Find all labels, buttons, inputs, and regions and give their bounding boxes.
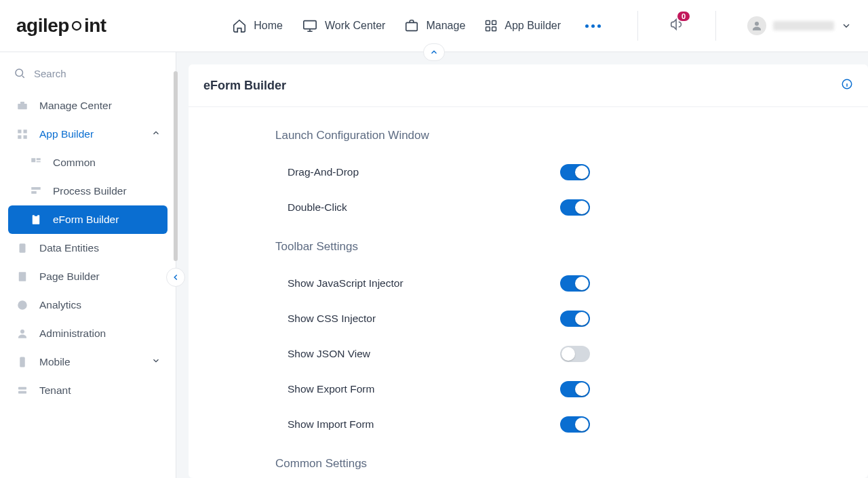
svg-rect-3 bbox=[486, 21, 490, 25]
svg-point-8 bbox=[16, 69, 23, 77]
nav-work-center-label: Work Center bbox=[325, 20, 386, 32]
svg-point-0 bbox=[73, 22, 81, 30]
search-icon bbox=[14, 67, 26, 79]
nav-more[interactable] bbox=[580, 22, 606, 31]
svg-rect-18 bbox=[31, 187, 41, 190]
toggle-import-form[interactable] bbox=[560, 416, 590, 433]
page-title: eForm Builder bbox=[203, 79, 286, 93]
nav-app-builder-label: App Builder bbox=[505, 20, 561, 32]
user-icon bbox=[15, 327, 30, 340]
toggle-drag-and-drop[interactable] bbox=[560, 164, 590, 180]
topnav: Home Work Center Manage App Builder 0 bbox=[232, 11, 852, 41]
briefcase-icon bbox=[404, 18, 419, 33]
sidebar-item-administration[interactable]: Administration bbox=[8, 319, 167, 348]
sidebar-item-label: App Builder bbox=[39, 128, 142, 140]
toggle-css-injector[interactable] bbox=[560, 311, 590, 327]
setting-row-json-view: Show JSON View bbox=[275, 336, 709, 372]
main: eForm Builder Launch Configuration Windo… bbox=[176, 52, 868, 478]
nav-home-label: Home bbox=[254, 20, 283, 32]
announcements-button[interactable]: 0 bbox=[669, 17, 684, 35]
search-input[interactable]: Search bbox=[0, 58, 176, 89]
setting-label: Show JSON View bbox=[275, 348, 560, 360]
sidebar-item-tenant[interactable]: Tenant bbox=[8, 376, 167, 405]
setting-label: Drag-And-Drop bbox=[275, 166, 560, 178]
svg-rect-25 bbox=[20, 357, 25, 367]
chevron-up-icon bbox=[429, 47, 439, 57]
separator bbox=[637, 11, 638, 41]
sidebar-item-process-builder[interactable]: Process Builder bbox=[8, 177, 167, 205]
separator bbox=[715, 11, 716, 41]
sidebar-item-eform-builder[interactable]: eForm Builder bbox=[8, 205, 167, 234]
svg-point-24 bbox=[20, 330, 24, 334]
setting-label: Show JavaScript Injector bbox=[275, 277, 560, 290]
svg-rect-15 bbox=[31, 158, 35, 162]
svg-rect-19 bbox=[31, 191, 37, 194]
svg-rect-22 bbox=[20, 243, 26, 253]
sidebar-item-page-builder[interactable]: Page Builder bbox=[8, 262, 167, 291]
sidebar-item-label: Administration bbox=[39, 327, 161, 340]
section-title: Launch Configuration Window bbox=[275, 129, 868, 142]
nav-app-builder[interactable]: App Builder bbox=[484, 19, 561, 33]
collapse-sidebar-button[interactable] bbox=[166, 268, 185, 287]
tiles-icon bbox=[28, 157, 43, 169]
svg-rect-11 bbox=[18, 130, 21, 133]
panel-body: Launch Configuration Window Drag-And-Dro… bbox=[189, 107, 868, 478]
sidebar-item-data-entities[interactable]: Data Entities bbox=[8, 234, 167, 262]
setting-row-import-form: Show Import Form bbox=[275, 407, 709, 442]
sidebar-item-label: Process Builder bbox=[53, 185, 161, 197]
toggle-js-injector[interactable] bbox=[560, 275, 590, 292]
sidebar-item-mobile[interactable]: Mobile bbox=[8, 348, 167, 376]
section-title: Common Settings bbox=[275, 457, 868, 471]
home-icon bbox=[232, 18, 247, 33]
username bbox=[773, 21, 834, 31]
svg-rect-12 bbox=[24, 130, 27, 133]
mobile-icon bbox=[15, 356, 30, 368]
svg-rect-2 bbox=[406, 22, 418, 31]
sidebar-item-label: Mobile bbox=[39, 356, 142, 368]
monitor-icon bbox=[302, 18, 318, 33]
svg-rect-20 bbox=[33, 215, 40, 224]
sidebar-item-manage-center[interactable]: Manage Center bbox=[8, 92, 167, 120]
setting-label: Show CSS Injector bbox=[275, 313, 560, 325]
nav-manage[interactable]: Manage bbox=[404, 18, 465, 33]
chevron-up-icon bbox=[151, 128, 161, 140]
toggle-double-click[interactable] bbox=[560, 199, 590, 216]
database-icon bbox=[15, 242, 30, 254]
svg-rect-23 bbox=[19, 272, 26, 281]
sidebar-item-label: Tenant bbox=[39, 384, 161, 397]
info-button[interactable] bbox=[841, 78, 853, 93]
panel-header: eForm Builder bbox=[189, 64, 868, 107]
sidebar-item-label: Analytics bbox=[39, 299, 161, 311]
user-menu[interactable] bbox=[747, 16, 852, 35]
sidebar-item-analytics[interactable]: Analytics bbox=[8, 291, 167, 319]
svg-rect-13 bbox=[18, 136, 21, 139]
nav-home[interactable]: Home bbox=[232, 18, 283, 33]
setting-label: Show Export Form bbox=[275, 383, 560, 395]
setting-row-css-injector: Show CSS Injector bbox=[275, 301, 709, 336]
svg-point-7 bbox=[755, 22, 759, 26]
svg-rect-26 bbox=[18, 387, 26, 390]
svg-rect-27 bbox=[18, 391, 26, 394]
collapse-topbar-button[interactable] bbox=[423, 43, 445, 61]
pie-icon bbox=[15, 299, 30, 311]
svg-rect-21 bbox=[35, 214, 38, 216]
sidebar-item-label: Common bbox=[53, 157, 161, 169]
info-icon bbox=[841, 78, 853, 90]
sidebar-item-common[interactable]: Common bbox=[8, 148, 167, 177]
server-icon bbox=[15, 384, 30, 397]
sidebar-item-app-builder[interactable]: App Builder bbox=[8, 120, 167, 148]
sidebar-list: Manage Center App Builder Common Process… bbox=[0, 89, 176, 407]
svg-rect-4 bbox=[492, 21, 496, 25]
layout: Search Manage Center App Builder Common … bbox=[0, 52, 868, 478]
svg-rect-10 bbox=[20, 102, 24, 104]
chevron-down-icon bbox=[151, 356, 161, 368]
section-title: Toolbar Settings bbox=[275, 240, 868, 254]
svg-rect-6 bbox=[492, 27, 496, 31]
sidebar-item-label: Data Entities bbox=[39, 242, 161, 254]
toggle-export-form[interactable] bbox=[560, 381, 590, 397]
svg-rect-17 bbox=[37, 161, 41, 163]
nav-work-center[interactable]: Work Center bbox=[302, 18, 386, 33]
panel: eForm Builder Launch Configuration Windo… bbox=[189, 64, 868, 478]
svg-rect-1 bbox=[304, 21, 316, 29]
toggle-json-view[interactable] bbox=[560, 346, 590, 362]
